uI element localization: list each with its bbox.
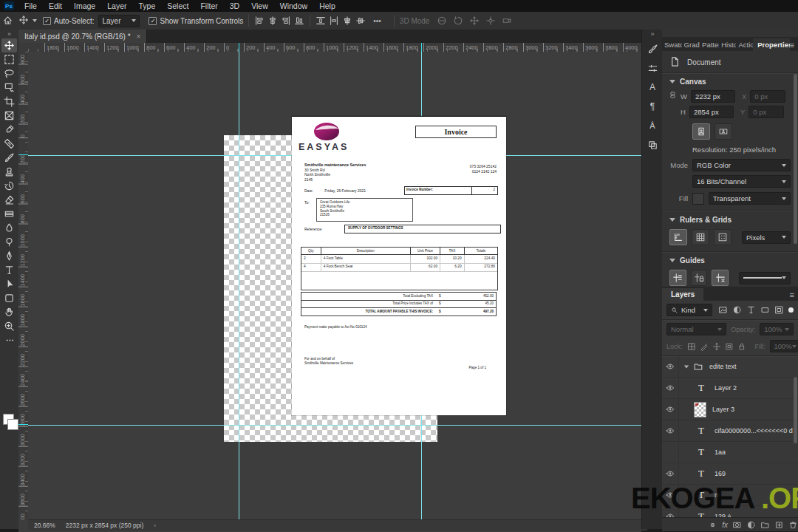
toolbar-more[interactable] — [1, 333, 17, 347]
filter-type-layers-icon[interactable] — [746, 305, 756, 315]
layer-row[interactable]: Layer 3 — [662, 399, 798, 420]
brush-tool[interactable] — [1, 151, 17, 165]
width-field[interactable]: 2232 px — [691, 90, 735, 103]
close-tab-icon[interactable]: × — [137, 33, 141, 41]
tool-preset-chevron-icon[interactable] — [33, 19, 37, 22]
lock-position-icon[interactable] — [712, 342, 721, 351]
menu-window[interactable]: Window — [274, 0, 313, 12]
panel-paragraph-icon[interactable]: ¶ — [644, 98, 661, 115]
guide-vertical-1[interactable] — [239, 52, 239, 519]
new-group-button[interactable] — [760, 520, 770, 530]
menu-select[interactable]: Select — [161, 0, 194, 12]
invoice-page[interactable]: EASYAS Invoice Smithville maintenance Se… — [292, 116, 506, 415]
type-layer-thumbnail[interactable]: T — [694, 489, 709, 501]
healing-brush-tool[interactable] — [1, 137, 17, 151]
clear-guides-button[interactable] — [712, 270, 729, 286]
height-field[interactable]: 2854 px — [689, 106, 734, 118]
type-layer-thumbnail[interactable]: T — [694, 511, 709, 517]
rulers-grids-section-header[interactable]: Rulers & Grids — [662, 211, 798, 228]
filter-adjustment-layers-icon[interactable] — [732, 305, 742, 315]
panel-tab-actio[interactable]: Actio — [736, 38, 753, 51]
panel-tab-histo[interactable]: Histo — [719, 38, 736, 51]
gradient-tool[interactable] — [1, 207, 17, 221]
lock-paint-icon[interactable] — [700, 342, 709, 351]
frame-tool[interactable] — [1, 109, 17, 123]
eyedropper-tool[interactable] — [1, 123, 17, 137]
toggle-guides-button[interactable] — [669, 270, 686, 286]
layer-row[interactable]: T169 — [662, 463, 798, 485]
pen-tool[interactable] — [1, 249, 17, 263]
lock-artboard-icon[interactable] — [725, 342, 734, 351]
type-layer-thumbnail[interactable]: T — [694, 446, 709, 458]
layer-row[interactable]: Tm — [662, 485, 798, 506]
menu-edit[interactable]: Edit — [43, 0, 68, 12]
menu-type[interactable]: Type — [132, 0, 161, 12]
visibility-toggle[interactable] — [662, 485, 679, 505]
eraser-tool[interactable] — [1, 193, 17, 207]
visibility-toggle[interactable] — [662, 506, 679, 517]
more-options-button[interactable]: ••• — [373, 17, 381, 25]
menu-filter[interactable]: Filter — [194, 0, 223, 12]
new-layer-button[interactable] — [774, 520, 784, 530]
crop-tool[interactable] — [1, 95, 17, 109]
orientation-landscape-button[interactable] — [715, 123, 732, 140]
lasso-tool[interactable] — [1, 66, 17, 81]
panel-mixer-brush-icon[interactable] — [644, 59, 661, 77]
fill-dropdown[interactable]: Transparent — [709, 192, 791, 205]
layer-name[interactable]: m — [715, 491, 720, 499]
panel-brush-settings-icon[interactable] — [644, 40, 661, 58]
dist-1-icon[interactable] — [316, 16, 326, 26]
ruler-units-dropdown[interactable]: Pixels — [742, 231, 791, 244]
group-expand-caret-icon[interactable] — [684, 365, 689, 368]
layer-row[interactable]: Tcifa0000000...<<<<<<<0 d — [662, 420, 798, 442]
object-selection-tool[interactable] — [1, 81, 17, 95]
history-brush-tool[interactable] — [1, 179, 17, 193]
delete-layer-button[interactable] — [788, 520, 798, 530]
visibility-toggle[interactable] — [662, 356, 679, 377]
panel-tab-gradi[interactable]: Gradi — [682, 38, 700, 51]
auto-select-dropdown[interactable]: Layer — [98, 15, 140, 27]
panel-tab-properties[interactable]: Properties — [753, 38, 789, 51]
layer-row[interactable]: TLayer 2 — [662, 378, 798, 399]
menu-3d[interactable]: 3D — [224, 0, 245, 12]
menu-help[interactable]: Help — [313, 0, 341, 12]
visibility-toggle[interactable] — [662, 399, 679, 420]
visibility-toggle[interactable] — [662, 442, 679, 463]
menu-view[interactable]: View — [245, 0, 274, 12]
layer-row[interactable]: T1aa — [662, 442, 798, 463]
shape-tool[interactable] — [1, 291, 17, 305]
canvas-section-header[interactable]: Canvas — [662, 73, 798, 90]
zoom-level-field[interactable]: 20.66% — [34, 522, 55, 529]
guide-horizontal-2[interactable] — [28, 425, 641, 426]
layer-filter-dropdown[interactable]: Kind — [666, 304, 712, 316]
filter-smart-objects-icon[interactable] — [774, 305, 784, 315]
link-layers-button[interactable] — [708, 520, 717, 530]
filter-pixel-layers-icon[interactable] — [718, 305, 728, 315]
guides-section-header[interactable]: Guides — [662, 252, 798, 269]
align-2-icon[interactable] — [267, 16, 278, 26]
align-3-icon[interactable] — [281, 16, 291, 26]
move-tool[interactable] — [1, 38, 17, 52]
background-color-swatch[interactable] — [7, 419, 18, 430]
properties-scrollbar[interactable] — [794, 74, 797, 244]
move-tool-icon[interactable] — [18, 15, 30, 27]
clone-stamp-tool[interactable] — [1, 165, 17, 179]
layer-name[interactable]: edite text — [709, 363, 737, 370]
panel-menu-icon[interactable]: ≡ — [790, 41, 798, 51]
zoom-tool[interactable] — [1, 319, 17, 333]
layer-name[interactable]: 169 — [715, 470, 726, 477]
panel-character-icon[interactable]: A — [644, 78, 661, 96]
toolbar-collapse-icon[interactable]: » — [0, 30, 18, 38]
toggle-rulers-button[interactable] — [669, 229, 687, 245]
guide-style-dropdown[interactable] — [739, 272, 791, 284]
layer-name[interactable]: Layer 3 — [712, 406, 734, 413]
dist-2-icon[interactable] — [329, 16, 339, 26]
hand-tool[interactable] — [1, 305, 17, 319]
photoshop-logo-icon[interactable]: Ps — [4, 1, 14, 10]
menu-file[interactable]: File — [18, 0, 43, 12]
add-mask-button[interactable] — [732, 520, 742, 530]
type-layer-thumbnail[interactable]: T — [694, 382, 709, 394]
toggle-grid-button[interactable] — [692, 229, 709, 245]
lock-transparency-icon[interactable] — [687, 342, 696, 351]
path-select-tool[interactable] — [1, 277, 17, 291]
